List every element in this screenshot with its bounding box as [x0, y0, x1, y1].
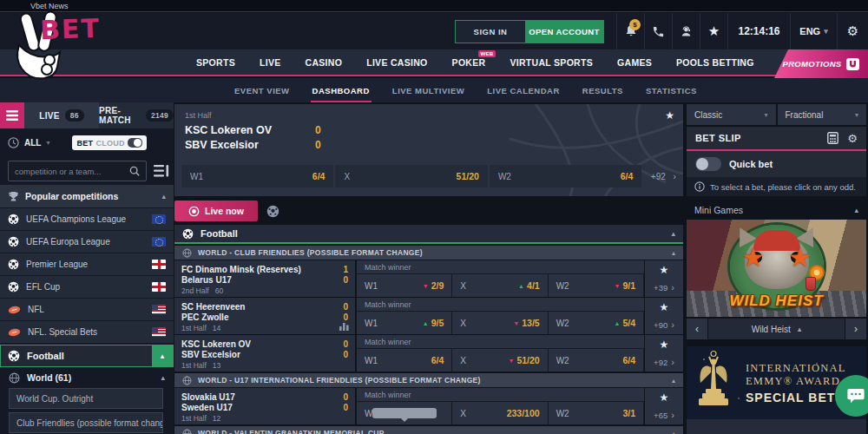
odd-w2[interactable]: W2▲5/4	[549, 312, 644, 334]
phone-button[interactable]	[644, 13, 672, 49]
match-teams[interactable]: FC Dinamo Minsk (Reserves)1 Belarus U170…	[174, 260, 355, 297]
odd-w1[interactable]: W1▲9/5	[357, 312, 452, 334]
favorite-star-icon[interactable]: ★	[660, 301, 669, 313]
stats-chart-icon[interactable]	[339, 323, 349, 331]
live-now-button[interactable]: Live now	[174, 201, 258, 221]
match-teams[interactable]: KSC Lokeren OV0 SBV Excelsior0 1st Half1…	[174, 335, 355, 372]
tab-results[interactable]: RESULTS	[577, 78, 628, 102]
nav-virtual-sports[interactable]: VIRTUAL SPORTS	[497, 57, 605, 68]
sidebar-item-uefa-europa-league[interactable]: UEFA Europa League	[0, 231, 174, 253]
odd-w1[interactable]: W16/4	[357, 349, 452, 372]
nav-live-casino[interactable]: LIVE CASINO	[354, 57, 439, 68]
match-teams[interactable]: Slovakia U170 Sweden U170 1st Half12	[174, 388, 355, 424]
sign-in-button[interactable]: SIGN IN	[456, 21, 525, 43]
home-team-score: 0	[343, 302, 348, 312]
favorite-star-icon[interactable]: ★	[660, 264, 669, 276]
sidebar-group-football[interactable]: Football ▴	[0, 345, 174, 367]
sidebar-item-premier-league[interactable]: Premier League	[0, 253, 174, 275]
language-selector[interactable]: ENG ▾	[790, 13, 837, 49]
favorite-star-icon[interactable]: ★	[660, 339, 669, 351]
away-team-name: Sweden U17	[181, 403, 343, 412]
support-button[interactable]	[672, 13, 700, 49]
chevron-right-icon[interactable]: ›	[671, 357, 674, 367]
more-markets-count[interactable]: +92	[654, 358, 667, 367]
odds-format-select[interactable]: Fractional ▾	[778, 104, 867, 125]
more-markets-count[interactable]: +90	[654, 320, 667, 330]
favorite-star-icon[interactable]: ★	[660, 391, 669, 404]
chevron-right-icon[interactable]: ›	[671, 410, 674, 420]
section-club-friendlies[interactable]: WORLD - CLUB FRIENDLIES (POSSIBLE FORMAT…	[174, 246, 683, 260]
vbet-logo[interactable]: BET	[9, 5, 122, 85]
wild-heist-banner[interactable]: ★ ★ WILD HEIST	[687, 220, 866, 317]
chevron-right-icon[interactable]: ›	[673, 171, 676, 181]
tab-prematch-events[interactable]: PRE-MATCH 2149	[99, 102, 174, 128]
search-input[interactable]	[15, 167, 129, 176]
favorites-button[interactable]: ★	[700, 13, 727, 49]
odd-w1[interactable]: W1	[357, 402, 452, 424]
sidebar-item-nfl[interactable]: NFL	[0, 299, 174, 320]
carousel-current-game[interactable]: Wild Heist ▴	[708, 319, 845, 339]
odd-x[interactable]: X233/100	[452, 402, 548, 424]
odd-x[interactable]: X▲4/1	[452, 274, 548, 297]
odd-w1[interactable]: W1▼2/9	[357, 274, 452, 297]
time-filter-all[interactable]: ALL	[24, 138, 41, 148]
promotions-button[interactable]: PROMOTIONS	[774, 49, 868, 78]
sidebar-item-uefa-champions-league[interactable]: UEFA Champions League	[0, 208, 174, 230]
mini-games-header[interactable]: Mini Games ▴	[687, 201, 866, 220]
quick-bet-toggle[interactable]	[695, 157, 721, 171]
section-u17-friendlies[interactable]: WORLD - U17 INTERNATIONAL FRIENDLIES (PO…	[174, 373, 683, 387]
odd-w2[interactable]: W2 6/4	[490, 165, 641, 187]
nav-casino[interactable]: CASINO	[293, 57, 355, 68]
nav-poker[interactable]: POKER WEB	[440, 57, 498, 68]
featured-away-team[interactable]: SBV Excelsior 0	[174, 136, 435, 151]
carousel-prev-button[interactable]: ‹	[687, 319, 707, 339]
chevron-right-icon[interactable]: ›	[671, 319, 674, 330]
tab-live-multiview[interactable]: LIVE MULTIVIEW	[387, 78, 470, 102]
search-box[interactable]	[8, 161, 147, 181]
sidebar-item-world-cup-outright[interactable]: World Cup. Outright	[9, 388, 163, 409]
settings-button[interactable]: ⚙	[837, 13, 868, 49]
tab-statistics[interactable]: STATISTICS	[641, 78, 702, 102]
nav-live[interactable]: LIVE	[247, 57, 293, 68]
nav-sports[interactable]: SPORTS	[184, 57, 247, 68]
odd-w2[interactable]: W23/1	[549, 402, 644, 424]
nav-games[interactable]: GAMES	[605, 57, 664, 68]
football-filter-icon[interactable]	[266, 205, 279, 218]
view-mode-select[interactable]: Classic ▾	[687, 104, 776, 125]
more-markets-count[interactable]: +39	[654, 283, 667, 293]
tab-dashboard[interactable]: DASHBOARD	[307, 78, 375, 102]
sidebar-item-nfl-special-bets[interactable]: NFL. Special Bets	[0, 321, 174, 343]
nav-pools-betting[interactable]: POOLS BETTING	[664, 57, 766, 68]
odd-x[interactable]: X 51/20	[335, 165, 487, 187]
featured-home-team[interactable]: KSC Lokeren OV 0	[174, 122, 435, 136]
tab-live-calendar[interactable]: LIVE CALENDAR	[482, 78, 565, 102]
football-section-header[interactable]: Football ▴	[174, 225, 683, 244]
sort-filter-icon[interactable]	[154, 165, 169, 177]
odd-x[interactable]: X▼13/5	[452, 312, 548, 334]
odd-w2[interactable]: W2▼9/1	[549, 274, 644, 297]
competition-label: UEFA Europa League	[26, 237, 145, 247]
open-account-button[interactable]: OPEN ACCOUNT	[525, 21, 603, 43]
collapse-football-button[interactable]: ▴	[152, 345, 173, 366]
sidebar-item-club-friendlies[interactable]: Club Friendlies (possible format change)	[9, 412, 163, 433]
more-markets-count[interactable]: +92	[643, 172, 673, 181]
section-granatkin-memorial-cup[interactable]: WORLD - VALENTIN GRANATKIN MEMORIAL CUP …	[174, 426, 683, 434]
betslip-settings-gear-icon[interactable]: ⚙	[847, 132, 858, 145]
tab-event-view[interactable]: EVENT VIEW	[229, 78, 295, 102]
odd-x[interactable]: X▼51/20	[452, 349, 548, 372]
more-markets-count[interactable]: +65	[654, 411, 667, 420]
odd-value: 9/5	[431, 318, 444, 328]
match-teams[interactable]: SC Heerenveen0 PEC Zwolle0 1st Half14	[174, 298, 355, 334]
betcloud-toggle[interactable]: BETCLOUD	[72, 135, 146, 150]
sidebar-item-efl-cup[interactable]: EFL Cup	[0, 276, 174, 298]
sidebar-group-world[interactable]: World (61) ▴	[0, 367, 174, 388]
tab-live-events[interactable]: LIVE 86	[24, 102, 99, 128]
notifications-button[interactable]: $	[616, 13, 644, 49]
betslip-menu-button[interactable]	[0, 102, 24, 128]
popular-competitions-header[interactable]: Popular competitions ▴	[0, 185, 174, 207]
odd-w2[interactable]: W26/4	[549, 349, 644, 372]
calculator-icon[interactable]	[827, 132, 838, 144]
odd-w1[interactable]: W1 6/4	[181, 165, 333, 187]
carousel-next-button[interactable]: ›	[845, 319, 866, 339]
chevron-right-icon[interactable]: ›	[671, 282, 674, 293]
